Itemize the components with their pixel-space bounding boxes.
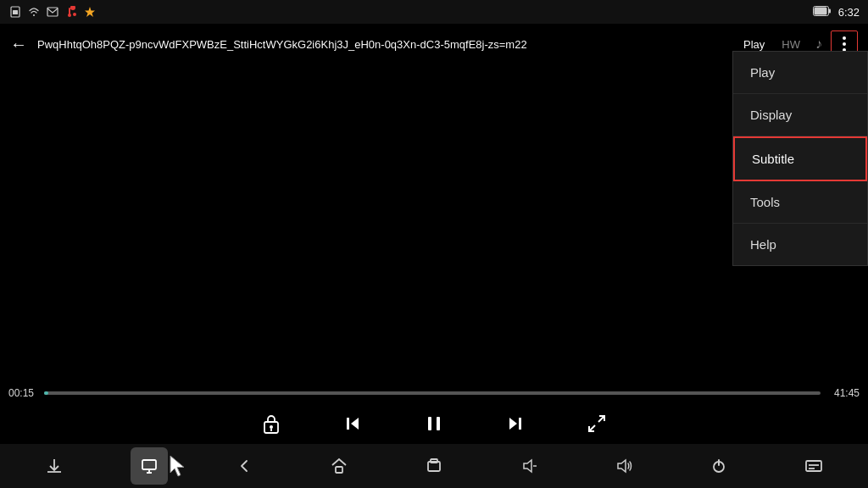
svg-rect-22: [519, 418, 521, 430]
cast-button[interactable]: [131, 447, 168, 485]
volume-down-button[interactable]: [510, 447, 548, 485]
status-bar: 6:32: [0, 0, 868, 24]
svg-rect-26: [336, 467, 342, 473]
svg-marker-21: [509, 418, 517, 430]
svg-rect-7: [70, 8, 75, 9]
wifi-icon: [27, 5, 41, 19]
svg-point-2: [33, 14, 35, 16]
svg-marker-17: [351, 418, 359, 430]
time-total: 41:45: [829, 387, 860, 399]
svg-rect-12: [814, 7, 826, 14]
svg-point-8: [73, 13, 76, 16]
battery-icon: [813, 6, 832, 19]
prev-button[interactable]: [337, 408, 368, 439]
svg-line-23: [598, 416, 604, 422]
menu-item-tools[interactable]: Tools: [733, 181, 867, 224]
progress-track[interactable]: [44, 391, 821, 395]
fullscreen-button[interactable]: [581, 408, 612, 439]
pause-button[interactable]: [419, 408, 449, 439]
menu-item-subtitle[interactable]: Subtitle: [733, 136, 867, 181]
download-button[interactable]: [36, 447, 73, 485]
subtitle-bottom-button[interactable]: [795, 447, 832, 485]
next-button[interactable]: [500, 408, 531, 439]
sim-icon: [8, 5, 22, 19]
svg-line-24: [589, 425, 595, 431]
status-right: 6:32: [813, 6, 860, 19]
svg-rect-1: [13, 10, 18, 14]
time-current: 00:15: [8, 387, 36, 399]
mail-icon: [46, 5, 59, 19]
dropdown-menu: Play Display Subtitle Tools Help: [732, 51, 868, 266]
three-dots-icon: [843, 36, 846, 52]
svg-rect-32: [806, 461, 821, 471]
progress-area: 00:15 41:45: [0, 383, 868, 403]
system-recents-button[interactable]: [415, 447, 453, 485]
bottom-toolbar: [0, 444, 868, 488]
video-title: PwqHhtqOh8PQZ-p9ncvWdFXPWBzE_SttiHctWYGk…: [37, 38, 730, 51]
system-home-button[interactable]: [320, 447, 358, 485]
svg-marker-9: [85, 7, 95, 17]
svg-point-6: [68, 14, 71, 17]
status-left-icons: [8, 5, 97, 19]
back-button[interactable]: ←: [10, 35, 27, 54]
audio-track-icon[interactable]: ♪: [810, 36, 827, 52]
system-back-button[interactable]: [225, 447, 263, 485]
svg-point-15: [270, 425, 273, 429]
menu-item-play[interactable]: Play: [733, 52, 867, 94]
progress-fill: [44, 391, 48, 395]
svg-rect-25: [142, 460, 156, 469]
svg-rect-20: [437, 417, 440, 430]
svg-rect-3: [47, 8, 58, 16]
volume-up-button[interactable]: [605, 447, 643, 485]
svg-rect-19: [428, 417, 431, 430]
music-icon: [64, 5, 78, 19]
svg-rect-11: [828, 8, 831, 13]
power-button[interactable]: [700, 447, 737, 485]
menu-item-help[interactable]: Help: [733, 224, 867, 265]
lock-button[interactable]: [256, 408, 287, 439]
menu-item-display[interactable]: Display: [733, 94, 867, 136]
playback-controls: [0, 403, 868, 444]
game-icon: [83, 5, 97, 19]
svg-rect-28: [431, 459, 437, 463]
svg-rect-18: [347, 418, 349, 430]
clock-display: 6:32: [838, 6, 860, 19]
